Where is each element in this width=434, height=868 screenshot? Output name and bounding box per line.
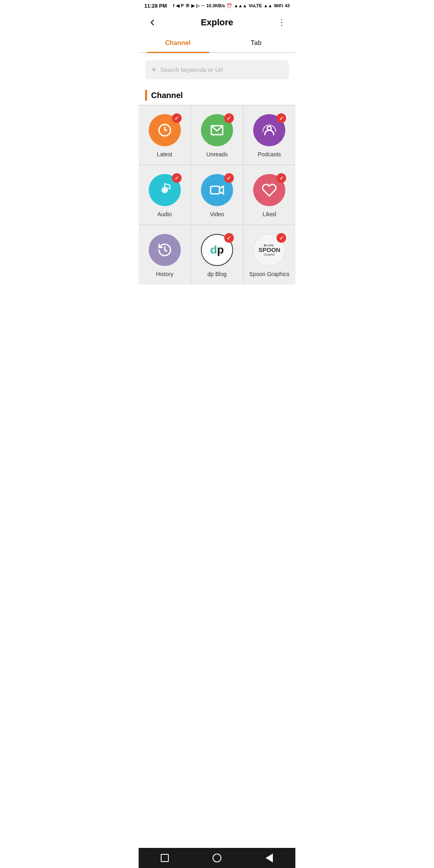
history-icon-circle bbox=[149, 234, 181, 266]
dots-icon: ··· bbox=[201, 3, 205, 8]
icon-wrapper-video: ✓ bbox=[201, 174, 233, 206]
section-accent-bar bbox=[145, 90, 147, 101]
status-bar: 11:28 PM f ◀ P ℗ ▶ ▷ ··· 10.3KB/s ⏰ ▲▲▲ … bbox=[139, 0, 295, 11]
check-badge-video: ✓ bbox=[224, 173, 234, 183]
timer-icon bbox=[157, 123, 172, 138]
svg-point-0 bbox=[281, 19, 282, 20]
check-badge-spoongraphics: ✓ bbox=[276, 233, 286, 243]
speed: 10.3KB/s bbox=[206, 3, 225, 8]
status-icons: f ◀ P ℗ ▶ ▷ ··· 10.3KB/s ⏰ ▲▲▲ VoLTE ▲▲ … bbox=[173, 3, 290, 8]
channel-item-dpblog[interactable]: dp ✓ dp Blog bbox=[191, 225, 243, 285]
channel-item-video[interactable]: ✓ Video bbox=[191, 165, 243, 225]
tab-tab[interactable]: Tab bbox=[217, 34, 295, 52]
channel-item-unreads[interactable]: ✓ Unreads bbox=[191, 105, 243, 165]
label-spoongraphics: Spoon Graphics bbox=[249, 271, 289, 277]
svg-marker-12 bbox=[219, 186, 223, 194]
icon-wrapper-unreads: ✓ bbox=[201, 114, 233, 146]
icon-wrapper-dpblog: dp ✓ bbox=[201, 234, 233, 266]
mail-icon bbox=[209, 123, 225, 138]
tab-bar: Channel Tab bbox=[139, 34, 295, 53]
check-badge-liked: ✓ bbox=[276, 173, 286, 183]
check-badge-latest: ✓ bbox=[172, 113, 182, 123]
app-bar: Explore bbox=[139, 11, 295, 34]
label-dpblog: dp Blog bbox=[207, 271, 226, 277]
icon-wrapper-podcasts: ✓ bbox=[253, 114, 285, 146]
channel-item-latest[interactable]: ✓ Latest bbox=[139, 105, 190, 165]
podcast-icon bbox=[262, 123, 277, 138]
send-icon: ◀ bbox=[176, 3, 179, 8]
youtube2-icon: ▷ bbox=[196, 3, 199, 8]
channel-item-audio[interactable]: ✓ Audio bbox=[139, 165, 190, 225]
dp-logo: dp bbox=[210, 244, 224, 256]
volte-icon: VoLTE bbox=[249, 3, 262, 8]
channel-item-history[interactable]: History bbox=[139, 225, 190, 285]
label-liked: Liked bbox=[263, 211, 276, 217]
svg-point-2 bbox=[281, 25, 282, 26]
pinterest2-icon: ℗ bbox=[185, 3, 190, 8]
label-podcasts: Podcasts bbox=[258, 151, 281, 158]
spoon-main-text: SPOON bbox=[258, 247, 280, 253]
svg-rect-11 bbox=[211, 186, 219, 194]
check-badge-podcasts: ✓ bbox=[276, 113, 286, 123]
svg-point-1 bbox=[281, 22, 282, 23]
youtube-icon: ▶ bbox=[191, 3, 194, 8]
battery: 43 bbox=[285, 3, 290, 8]
label-history: History bbox=[156, 271, 174, 277]
channel-item-spoongraphics[interactable]: BLOG. SPOON Graphic ✓ Spoon Graphics bbox=[244, 225, 295, 285]
fb-icon: f bbox=[173, 3, 174, 8]
label-latest: Latest bbox=[157, 151, 172, 158]
music-icon bbox=[157, 182, 172, 198]
channel-grid: ✓ Latest ✓ Unreads ✓ bbox=[139, 105, 295, 285]
back-button[interactable] bbox=[145, 15, 160, 30]
icon-wrapper-latest: ✓ bbox=[149, 114, 181, 146]
spoon-sub-text: Graphic bbox=[264, 253, 275, 256]
label-audio: Audio bbox=[158, 211, 172, 217]
status-time: 11:28 PM bbox=[144, 3, 167, 9]
alarm-icon: ⏰ bbox=[227, 3, 232, 8]
add-icon: + bbox=[151, 65, 156, 74]
search-bar[interactable]: + Search keywords or Url bbox=[145, 60, 289, 79]
search-container: + Search keywords or Url bbox=[139, 53, 295, 83]
icon-wrapper-audio: ✓ bbox=[149, 174, 181, 206]
label-unreads: Unreads bbox=[207, 151, 228, 158]
signal2-icon: ▲▲ bbox=[264, 3, 272, 8]
icon-wrapper-history bbox=[149, 234, 181, 266]
check-badge-audio: ✓ bbox=[172, 173, 182, 183]
tab-channel[interactable]: Channel bbox=[139, 34, 217, 52]
history-icon bbox=[157, 242, 172, 258]
page-title: Explore bbox=[201, 17, 233, 28]
channel-item-podcasts[interactable]: ✓ Podcasts bbox=[244, 105, 295, 165]
svg-point-10 bbox=[164, 189, 166, 191]
video-camera-icon bbox=[209, 182, 225, 198]
check-badge-unreads: ✓ bbox=[224, 113, 234, 123]
icon-wrapper-spoongraphics: BLOG. SPOON Graphic ✓ bbox=[253, 234, 285, 266]
channel-item-liked[interactable]: ✓ Liked bbox=[244, 165, 295, 225]
heart-icon bbox=[262, 182, 277, 198]
more-button[interactable] bbox=[274, 15, 289, 30]
wifi-icon: WiFi bbox=[274, 3, 283, 8]
check-badge-dpblog: ✓ bbox=[224, 233, 234, 243]
section-title: Channel bbox=[151, 91, 183, 100]
section-header: Channel bbox=[139, 83, 295, 105]
label-video: Video bbox=[210, 211, 224, 217]
signal-icon: ▲▲▲ bbox=[234, 3, 247, 8]
pinterest-icon: P bbox=[181, 3, 184, 8]
search-placeholder: Search keywords or Url bbox=[160, 66, 223, 73]
icon-wrapper-liked: ✓ bbox=[253, 174, 285, 206]
